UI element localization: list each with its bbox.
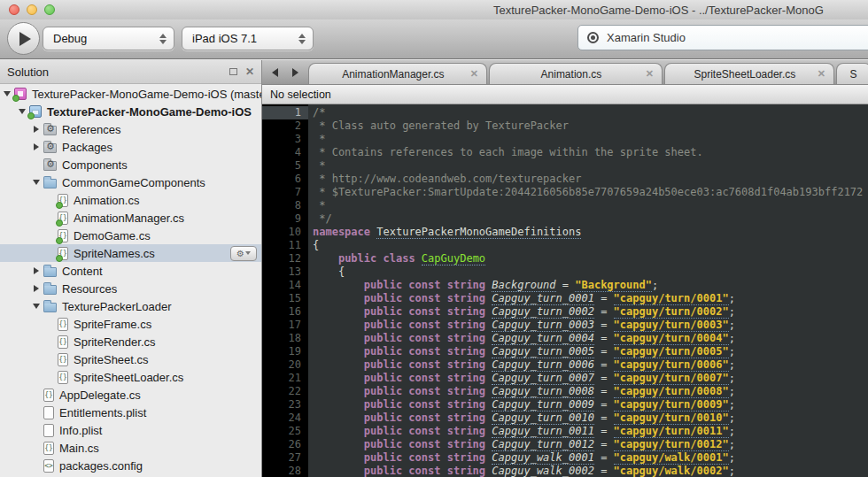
code-line[interactable]: 5 * (262, 159, 868, 173)
line-number[interactable]: 12 (262, 252, 308, 265)
line-number[interactable]: 16 (262, 305, 308, 319)
tab-spritesheetloader-cs[interactable]: SpriteSheetLoader.cs✕ (664, 63, 834, 84)
code-line[interactable]: 4 * Contains references to each image wi… (262, 146, 868, 159)
tree-item-resources[interactable]: Resources (0, 280, 261, 297)
tree-item-components[interactable]: Components (0, 156, 261, 173)
code-line[interactable]: 20 public const string Capguy_turn_0006 … (262, 358, 868, 372)
code-line[interactable]: 2 * Class auto generated by TexturePacke… (262, 119, 868, 133)
line-number[interactable]: 8 (262, 199, 308, 212)
tree-item-texturepacker-monogame-demo-ios-master[interactable]: TexturePacker-MonoGame-Demo-iOS (master) (0, 85, 261, 103)
tree-item-commongamecomponents[interactable]: CommonGameComponents (0, 173, 261, 191)
item-options-gear-button[interactable]: ⚙ (230, 246, 257, 261)
code-line[interactable]: 27 public const string Capguy_walk_0001 … (262, 451, 868, 465)
device-dropdown[interactable]: iPad iOS 7.1 (182, 27, 314, 50)
code-line[interactable]: 12 public class CapGuyDemo (262, 252, 868, 265)
code-line[interactable]: 21 public const string Capguy_turn_0007 … (262, 372, 868, 385)
line-number[interactable]: 5 (262, 159, 308, 173)
code-line[interactable]: 26 public const string Capguy_turn_0012 … (262, 438, 868, 451)
tree-item-spritesheet-cs[interactable]: {}SpriteSheet.cs (0, 350, 261, 368)
tree-item-spritesheetloader-cs[interactable]: {}SpriteSheetLoader.cs (0, 368, 261, 386)
status-bar[interactable]: Xamarin Studio (577, 25, 868, 50)
line-number[interactable]: 13 (262, 265, 308, 279)
collapse-arrow-icon[interactable] (31, 180, 42, 185)
zoom-window-button[interactable] (44, 4, 55, 15)
line-number[interactable]: 1 (262, 106, 308, 119)
code-line[interactable]: 16 public const string Capguy_turn_0002 … (262, 305, 868, 319)
code-line[interactable]: 24 public const string Capguy_turn_0010 … (262, 412, 868, 425)
line-number[interactable]: 26 (262, 438, 308, 451)
code-line[interactable]: 1/* (262, 106, 868, 119)
line-number[interactable]: 28 (262, 465, 308, 477)
code-line[interactable]: 11{ (262, 239, 868, 252)
line-number[interactable]: 23 (262, 398, 308, 412)
line-number[interactable]: 18 (262, 332, 308, 345)
collapse-arrow-icon[interactable] (31, 304, 42, 309)
line-number[interactable]: 2 (262, 119, 308, 133)
close-window-button[interactable] (9, 4, 19, 15)
line-number[interactable]: 10 (262, 226, 308, 239)
tree-item-animationmanager-cs[interactable]: {}AnimationManager.cs (0, 209, 261, 227)
expand-arrow-icon[interactable] (31, 126, 42, 133)
tree-item-references[interactable]: References (0, 120, 261, 138)
tree-item-spriteframe-cs[interactable]: {}SpriteFrame.cs (0, 315, 261, 333)
navigate-back-icon[interactable] (272, 68, 278, 77)
code-line[interactable]: 9 */ (262, 212, 868, 226)
run-button[interactable] (7, 22, 40, 55)
tree-item-texturepackerloader[interactable]: TexturePackerLoader (0, 297, 261, 315)
expand-arrow-icon[interactable] (31, 267, 42, 274)
code-line[interactable]: 14 public const string Background = "Bac… (262, 279, 868, 292)
code-line[interactable]: 13 { (262, 265, 868, 279)
code-line[interactable]: 10namespace TexturePackerMonoGameDefinit… (262, 226, 868, 239)
code-line[interactable]: 23 public const string Capguy_turn_0009 … (262, 398, 868, 412)
code-line[interactable]: 18 public const string Capguy_turn_0004 … (262, 332, 868, 345)
expand-arrow-icon[interactable] (31, 285, 42, 292)
close-pad-icon[interactable]: ✕ (245, 66, 254, 77)
tab-animation-cs[interactable]: Animation.cs✕ (489, 63, 663, 84)
tree-item-spritenames-cs[interactable]: {}SpriteNames.cs⚙ (0, 244, 261, 262)
tab-s[interactable]: S (836, 63, 868, 84)
code-area[interactable]: 1/*2 * Class auto generated by TexturePa… (262, 104, 868, 477)
navigate-forward-icon[interactable] (292, 68, 298, 77)
code-line[interactable]: 7 * $TexturePacker:SmartUpdate:204421605… (262, 186, 868, 199)
line-number[interactable]: 14 (262, 279, 308, 292)
tab-close-icon[interactable]: ✕ (646, 69, 654, 79)
code-line[interactable]: 19 public const string Capguy_turn_0005 … (262, 345, 868, 358)
expand-arrow-icon[interactable] (31, 143, 42, 150)
tree-item-content[interactable]: Content (0, 262, 261, 280)
breadcrumb[interactable]: No selection (262, 85, 868, 104)
tree-item-packages-config[interactable]: <>packages.config (0, 457, 261, 474)
tree-item-spriterender-cs[interactable]: {}SpriteRender.cs (0, 333, 261, 350)
configuration-dropdown[interactable]: Debug (43, 27, 174, 50)
line-number[interactable]: 20 (262, 358, 308, 372)
tab-close-icon[interactable]: ✕ (470, 69, 478, 79)
code-line[interactable]: 25 public const string Capguy_turn_0011 … (262, 425, 868, 438)
code-line[interactable]: 6 * http://www.codeandweb.com/texturepac… (262, 173, 868, 186)
tab-animationmanager-cs[interactable]: AnimationManager.cs✕ (308, 63, 487, 84)
line-number[interactable]: 3 (262, 133, 308, 146)
line-number[interactable]: 19 (262, 345, 308, 358)
code-line[interactable]: 17 public const string Capguy_turn_0003 … (262, 319, 868, 332)
code-line[interactable]: 3 * (262, 133, 868, 146)
code-line[interactable]: 8 * (262, 199, 868, 212)
tree-item-entitlements-plist[interactable]: Entitlements.plist (0, 404, 261, 421)
collapse-arrow-icon[interactable] (17, 109, 27, 114)
line-number[interactable]: 6 (262, 173, 308, 186)
line-number[interactable]: 27 (262, 451, 308, 465)
tree-item-texturepacker-monogame-demo-ios[interactable]: TexturePacker-MonoGame-Demo-iOS (0, 103, 261, 120)
line-number[interactable]: 7 (262, 186, 308, 199)
tree-item-packages[interactable]: Packages (0, 138, 261, 156)
line-number[interactable]: 22 (262, 385, 308, 398)
dock-pad-icon[interactable] (229, 68, 237, 75)
tree-item-info-plist[interactable]: Info.plist (0, 421, 261, 439)
collapse-arrow-icon[interactable] (2, 91, 12, 96)
line-number[interactable]: 21 (262, 372, 308, 385)
line-number[interactable]: 15 (262, 292, 308, 305)
line-number[interactable]: 17 (262, 319, 308, 332)
tab-close-icon[interactable]: ✕ (818, 69, 825, 79)
minimize-window-button[interactable] (27, 4, 37, 15)
tree-item-appdelegate-cs[interactable]: {}AppDelegate.cs (0, 386, 261, 404)
tree-item-demogame-cs[interactable]: {}DemoGame.cs (0, 227, 261, 244)
code-line[interactable]: 15 public const string Capguy_turn_0001 … (262, 292, 868, 305)
line-number[interactable]: 11 (262, 239, 308, 252)
tree-item-main-cs[interactable]: {}Main.cs (0, 439, 261, 457)
